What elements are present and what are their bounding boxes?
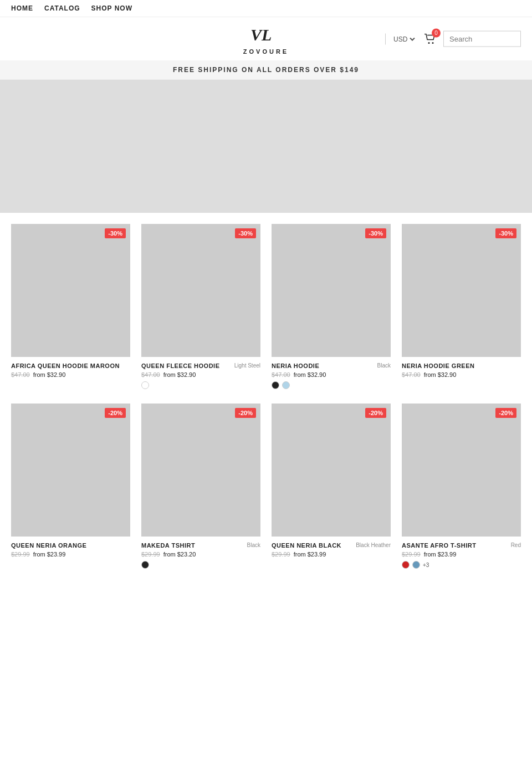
product-info: QUEEN NERIA BLACKBlack Heather$29.99from… (272, 537, 391, 564)
product-card[interactable]: -20%QUEEN NERIA BLACKBlack Heather$29.99… (272, 404, 391, 572)
color-swatches (141, 381, 260, 389)
price-sale: from $32.90 (294, 371, 326, 378)
products-section: -30%AFRICA QUEEN HOODIE MAROON$47.00from… (0, 213, 532, 583)
color-swatch-black[interactable] (272, 381, 279, 389)
color-swatch-steel-blue[interactable] (412, 561, 420, 569)
price-sale: from $32.90 (33, 371, 66, 378)
product-image: -20% (402, 404, 521, 537)
logo[interactable]: VL ZOVOURE (243, 23, 289, 55)
nav-catalog[interactable]: CATALOG (44, 4, 80, 12)
divider (385, 33, 386, 44)
nav-shop-now[interactable]: SHOP NOW (91, 4, 132, 12)
header-right: USD 0 (385, 31, 521, 47)
product-image: -30% (11, 224, 130, 357)
product-prices: $29.99from $23.99 (11, 551, 130, 558)
discount-badge: -20% (495, 408, 516, 418)
price-sale: from $23.20 (163, 551, 196, 558)
product-info: NERIA HOODIEBlack$47.00from $32.90 (272, 357, 391, 392)
price-original: $47.00 (272, 371, 290, 378)
product-image: -20% (141, 404, 260, 537)
product-prices: $29.99from $23.20 (141, 551, 260, 558)
product-color-label: Black Heather (356, 542, 391, 548)
svg-text:VL: VL (250, 25, 272, 44)
price-original: $47.00 (402, 371, 421, 378)
svg-point-1 (428, 42, 430, 44)
logo-bar: VL ZOVOURE USD 0 (0, 17, 532, 60)
product-image: -30% (272, 224, 391, 357)
product-card[interactable]: -30%AFRICA QUEEN HOODIE MAROON$47.00from… (11, 224, 130, 392)
price-original: $29.99 (141, 551, 160, 558)
product-info: NERIA HOODIE GREEN$47.00from $32.90 (402, 357, 521, 385)
product-name: QUEEN NERIA ORANGE (11, 542, 86, 549)
color-swatch-white[interactable] (141, 381, 149, 389)
product-name: NERIA HOODIE GREEN (402, 362, 474, 369)
top-navigation: HOME CATALOG SHOP NOW (0, 0, 532, 17)
price-original: $29.99 (11, 551, 30, 558)
product-name: MAKEDA TSHIRT (141, 542, 195, 549)
shipping-banner: FREE SHIPPING ON ALL ORDERS OVER $149 (0, 60, 532, 80)
price-sale: from $23.99 (33, 551, 66, 558)
nav-links: HOME CATALOG SHOP NOW (11, 4, 132, 12)
product-card[interactable]: -30%NERIA HOODIEBlack$47.00from $32.90 (272, 224, 391, 392)
products-row-1: -30%AFRICA QUEEN HOODIE MAROON$47.00from… (11, 224, 521, 392)
nav-home[interactable]: HOME (11, 4, 33, 12)
product-image: -30% (402, 224, 521, 357)
product-card[interactable]: -20%MAKEDA TSHIRTBlack$29.99from $23.20 (141, 404, 260, 572)
price-sale: from $23.99 (424, 551, 457, 558)
search-input[interactable] (443, 31, 521, 47)
product-info: AFRICA QUEEN HOODIE MAROON$47.00from $32… (11, 357, 130, 385)
products-row-2: -20%QUEEN NERIA ORANGE$29.99from $23.99-… (11, 404, 521, 572)
product-color-label: Black (377, 362, 391, 369)
discount-badge: -20% (365, 408, 386, 418)
product-color-label: Light Steel (234, 362, 260, 369)
color-swatch-black[interactable] (141, 561, 149, 569)
cart-button[interactable]: 0 (422, 31, 438, 47)
product-info: ASANTE AFRO T-SHIRTRed$29.99from $23.99+… (402, 537, 521, 572)
product-prices: $47.00from $32.90 (272, 371, 391, 378)
currency-selector[interactable]: USD (391, 34, 417, 43)
product-name: NERIA HOODIE (272, 362, 319, 369)
price-original: $29.99 (402, 551, 421, 558)
discount-badge: -20% (235, 408, 256, 418)
product-prices: $47.00from $32.90 (402, 371, 521, 378)
product-image: -20% (272, 404, 391, 537)
product-info: QUEEN NERIA ORANGE$29.99from $23.99 (11, 537, 130, 564)
product-name: AFRICA QUEEN HOODIE MAROON (11, 362, 120, 369)
price-original: $29.99 (272, 551, 290, 558)
product-card[interactable]: -30%QUEEN FLEECE HOODIELight Steel$47.00… (141, 224, 260, 392)
color-swatches (272, 381, 391, 389)
svg-point-2 (432, 42, 434, 44)
product-info: MAKEDA TSHIRTBlack$29.99from $23.20 (141, 537, 260, 572)
discount-badge: -30% (235, 228, 256, 238)
product-image: -20% (11, 404, 130, 537)
discount-badge: -30% (105, 228, 126, 238)
product-card[interactable]: -30%NERIA HOODIE GREEN$47.00from $32.90 (402, 224, 521, 392)
cart-count: 0 (432, 28, 441, 37)
product-prices: $47.00from $32.90 (11, 371, 130, 378)
color-swatch-light-blue[interactable] (282, 381, 290, 389)
product-name: QUEEN NERIA BLACK (272, 542, 341, 549)
product-name: ASANTE AFRO T-SHIRT (402, 542, 476, 549)
color-swatches (141, 561, 260, 569)
discount-badge: -30% (365, 228, 386, 238)
product-info: QUEEN FLEECE HOODIELight Steel$47.00from… (141, 357, 260, 392)
product-card[interactable]: -20%QUEEN NERIA ORANGE$29.99from $23.99 (11, 404, 130, 572)
more-colors: +3 (423, 562, 429, 568)
price-original: $47.00 (11, 371, 30, 378)
product-color-label: Black (247, 542, 260, 548)
product-color-label: Red (511, 542, 521, 548)
price-sale: from $32.90 (163, 371, 196, 378)
product-image: -30% (141, 224, 260, 357)
product-prices: $29.99from $23.99 (272, 551, 391, 558)
logo-text: ZOVOURE (243, 48, 289, 55)
color-swatches: +3 (402, 561, 521, 569)
product-card[interactable]: -20%ASANTE AFRO T-SHIRTRed$29.99from $23… (402, 404, 521, 572)
price-sale: from $32.90 (424, 371, 457, 378)
hero-image (0, 80, 532, 213)
price-original: $47.00 (141, 371, 160, 378)
price-sale: from $23.99 (294, 551, 326, 558)
product-name: QUEEN FLEECE HOODIE (141, 362, 220, 369)
product-prices: $29.99from $23.99 (402, 551, 521, 558)
color-swatch-red[interactable] (402, 561, 410, 569)
product-prices: $47.00from $32.90 (141, 371, 260, 378)
